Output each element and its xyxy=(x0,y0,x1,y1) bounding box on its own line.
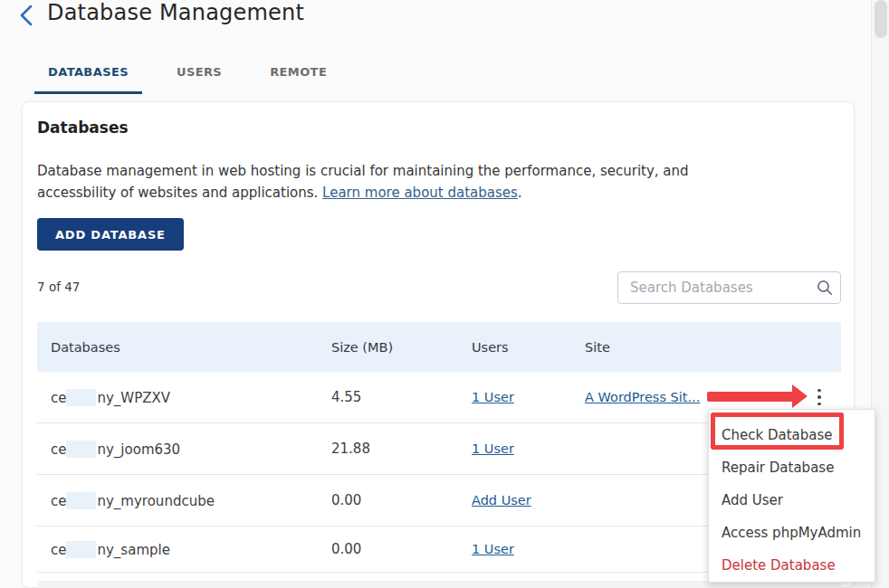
page-title: Database Management xyxy=(47,0,304,25)
description-suffix: . xyxy=(518,185,522,201)
database-name: ceny_sample xyxy=(37,541,331,558)
menu-item-check-database[interactable]: Check Database xyxy=(709,419,875,451)
column-header-databases: Databases xyxy=(37,340,331,355)
table-header-row: Databases Size (MB) Users Site xyxy=(37,322,841,372)
database-size: 0.00 xyxy=(331,492,472,508)
site-link[interactable]: A WordPress Sit... xyxy=(585,390,700,404)
back-chevron-icon[interactable] xyxy=(14,2,40,29)
three-dot-menu-icon[interactable] xyxy=(811,386,827,408)
users-link[interactable]: 1 User xyxy=(472,542,514,556)
database-size: 21.88 xyxy=(331,441,472,457)
database-size: 0.00 xyxy=(331,541,472,557)
menu-item-add-user[interactable]: Add User xyxy=(709,484,875,517)
tab-remote[interactable]: REMOTE xyxy=(256,56,340,94)
add-user-link[interactable]: Add User xyxy=(472,493,531,507)
column-header-site: Site xyxy=(585,340,811,355)
database-actions-menu: Check Database Repair Database Add User … xyxy=(708,409,875,583)
menu-item-access-phpmyadmin[interactable]: Access phpMyAdmin xyxy=(709,517,875,549)
redacted-text xyxy=(66,389,96,406)
magnifier-icon[interactable] xyxy=(809,279,840,297)
column-header-users: Users xyxy=(472,340,585,355)
page-header: Database Management xyxy=(0,0,871,36)
menu-item-repair-database[interactable]: Repair Database xyxy=(709,451,875,484)
search-box xyxy=(617,271,841,304)
learn-more-link[interactable]: Learn more about databases xyxy=(322,185,518,201)
tab-users[interactable]: USERS xyxy=(163,56,235,94)
redacted-text xyxy=(66,492,96,509)
tab-databases[interactable]: DATABASES xyxy=(34,56,142,94)
database-name: ceny_myroundcube xyxy=(37,492,331,509)
menu-item-delete-database[interactable]: Delete Database xyxy=(709,549,875,582)
column-header-size: Size (MB) xyxy=(331,340,472,355)
database-name: ceny_WPZXV xyxy=(37,389,331,406)
redacted-text xyxy=(66,541,96,558)
users-link[interactable]: 1 User xyxy=(472,390,514,404)
result-count: 7 of 47 xyxy=(37,280,80,294)
redacted-text xyxy=(66,441,96,458)
database-name: ceny_joom630 xyxy=(37,441,331,458)
users-link[interactable]: 1 User xyxy=(472,441,514,456)
card-description: Database management in web hosting is cr… xyxy=(37,160,712,204)
database-size: 4.55 xyxy=(331,389,472,405)
add-database-button[interactable]: ADD DATABASE xyxy=(37,218,184,251)
tab-bar: DATABASES USERS REMOTE xyxy=(34,56,340,94)
search-input[interactable] xyxy=(618,280,809,296)
scrollbar-thumb[interactable] xyxy=(875,0,887,38)
card-heading: Databases xyxy=(37,119,129,137)
